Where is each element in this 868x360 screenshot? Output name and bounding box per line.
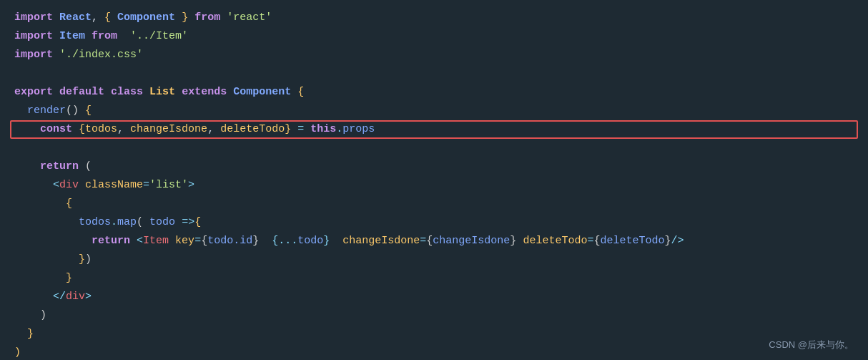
code-token [291,84,297,101]
code-token [143,214,149,231]
code-token [53,47,59,64]
code-token: deleteTodo [523,233,587,250]
code-token: from [92,28,117,45]
code-line: const {todos, changeIsdone, deleteTodo} … [0,120,868,139]
code-token [111,9,117,26]
code-token: changeIsdone [433,233,510,250]
code-token: { [201,233,207,250]
code-token: ) [40,307,46,324]
code-token: todo [149,214,175,231]
code-token [53,28,59,45]
code-line: </div> [0,288,868,306]
code-token: } [252,233,259,250]
code-token: map [117,214,137,231]
code-token: { [297,84,304,101]
code-token: changeIsdone [342,233,420,250]
code-token [188,9,194,26]
code-token [516,233,523,250]
code-token [220,9,227,26]
code-token: todo [297,233,323,250]
code-token [79,102,85,120]
code-token: React [59,9,92,26]
code-token: = [297,121,304,138]
code-token: {... [272,233,297,250]
code-token [175,214,182,231]
code-token [14,177,53,194]
code-token [259,233,272,250]
code-token [130,233,137,250]
code-token: 'list' [149,177,188,194]
code-token: './index.css' [59,47,143,64]
code-token: = [420,233,426,250]
code-token: => [182,214,194,231]
code-token [169,233,175,250]
code-token: Component [117,9,175,26]
code-token: changeIsdone [130,121,207,138]
code-token: class [111,84,143,101]
code-line: } [0,325,868,344]
code-token: ) [14,344,21,360]
code-token: { [426,233,433,250]
code-token: div [59,177,79,194]
code-token [85,28,92,45]
code-token: className [85,177,143,194]
code-line: export default class List extends Compon… [0,83,868,102]
code-token [53,9,59,26]
code-token: , [117,121,130,138]
code-token [79,158,85,175]
code-token: { [593,233,600,250]
code-token: () [66,102,79,120]
code-token [53,84,59,101]
code-token [117,28,130,45]
code-token [14,307,40,324]
code-line: return <Item key={todo.id} {...todo} cha… [0,232,868,250]
code-token [175,84,182,101]
code-token: ) [85,251,92,268]
code-token: return [40,158,79,175]
code-token: key [175,233,194,250]
watermark: CSDN @后来与你。 [769,338,854,353]
code-token [175,9,182,26]
code-token: Component [233,84,291,101]
code-token: render [27,102,66,120]
code-token: todos [85,121,117,138]
code-token [227,84,233,101]
code-token: /> [671,233,684,250]
code-token: '../Item' [130,28,188,45]
code-token: const [40,121,72,138]
code-token: { [85,102,92,120]
code-token [14,121,40,138]
code-token: , [92,9,104,26]
code-token: < [137,233,143,250]
code-token: </ [53,288,66,306]
code-token [14,288,53,306]
code-line: return ( [0,157,868,176]
code-editor: import React, { Component } from 'react'… [0,0,868,360]
code-token [14,214,79,231]
code-token: deleteTodo [220,121,285,138]
code-token: import [14,28,53,45]
code-token: ( [85,158,92,175]
code-token: { [104,9,111,26]
code-line: { [0,195,868,213]
code-token: todo.id [207,233,252,250]
code-token [291,121,297,138]
code-token: List [149,84,175,101]
code-lines: import React, { Component } from 'react'… [0,9,868,360]
code-token [14,233,92,250]
code-token: } [323,233,330,250]
code-line: ) [0,306,868,325]
code-token: . [336,121,342,138]
code-token: > [188,177,194,194]
code-token: return [92,233,130,250]
code-token: } [27,326,34,343]
code-token: props [342,121,375,138]
code-token: , [207,121,220,138]
code-token: deleteTodo [600,233,664,250]
code-token: import [14,9,53,26]
code-token: div [66,288,85,306]
code-token [14,102,27,120]
code-token: } [285,121,291,138]
code-token: } [664,233,671,250]
code-token [14,270,66,287]
